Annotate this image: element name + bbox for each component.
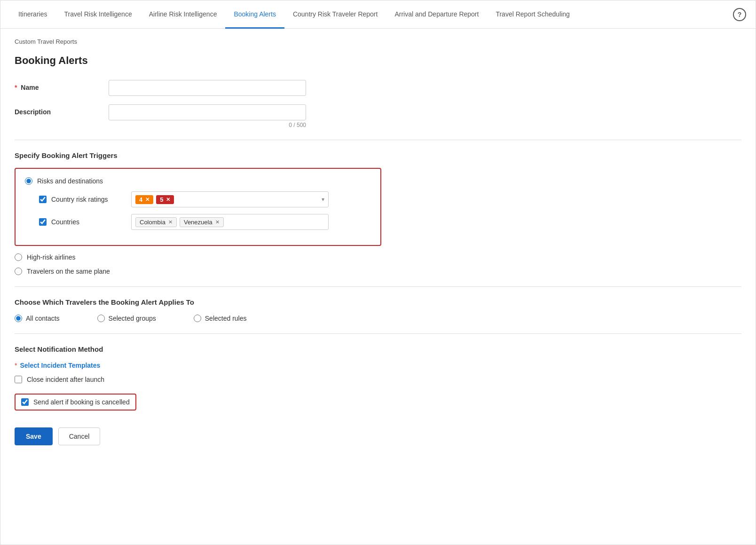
- radio-same-plane[interactable]: Travelers on the same plane: [15, 268, 741, 275]
- traveler-selected-rules[interactable]: Selected rules: [194, 315, 247, 322]
- traveler-all-contacts[interactable]: All contacts: [15, 315, 60, 322]
- page-container: Itineraries Travel Risk Intelligence Air…: [0, 0, 756, 545]
- countries-label: Countries: [51, 218, 126, 226]
- nav-travel-scheduling[interactable]: Travel Report Scheduling: [487, 0, 578, 29]
- traveler-selected-groups[interactable]: Selected groups: [97, 315, 156, 322]
- traveler-selected-groups-label: Selected groups: [109, 315, 156, 322]
- content-area: Custom Travel Reports Booking Alerts * N…: [0, 29, 756, 464]
- nav-bar: Itineraries Travel Risk Intelligence Air…: [0, 0, 756, 29]
- nav-airline-risk[interactable]: Airline Risk Intelligence: [141, 0, 226, 29]
- country-venezuela: Venezuela ✕: [180, 217, 224, 227]
- tag-4: 4 ✕: [135, 195, 153, 204]
- countries-checkbox[interactable]: [39, 218, 47, 226]
- template-required-star: *: [15, 362, 17, 369]
- travelers-section-title: Choose Which Travelers the Booking Alert…: [15, 298, 741, 306]
- countries-input[interactable]: Colombia ✕ Venezuela ✕: [131, 214, 329, 230]
- nav-travel-risk[interactable]: Travel Risk Intelligence: [55, 0, 140, 29]
- required-star: *: [15, 84, 17, 91]
- countries-row: Countries Colombia ✕ Venezuela ✕: [39, 214, 371, 230]
- radio-same-plane-input[interactable]: [15, 268, 22, 275]
- help-icon[interactable]: ?: [733, 8, 746, 21]
- country-risk-checkbox[interactable]: [39, 196, 47, 203]
- tag-4-remove[interactable]: ✕: [145, 197, 150, 203]
- notification-section-title: Select Notification Method: [15, 345, 741, 353]
- nav-itineraries[interactable]: Itineraries: [10, 0, 55, 29]
- radio-risks-destinations-input[interactable]: [25, 177, 32, 185]
- tag-5-remove[interactable]: ✕: [166, 197, 170, 203]
- nav-booking-alerts[interactable]: Booking Alerts: [225, 0, 284, 29]
- cancel-button[interactable]: Cancel: [58, 427, 101, 445]
- name-label: * Name: [15, 80, 109, 91]
- countries-checkbox-row[interactable]: Countries: [39, 218, 126, 226]
- close-incident-label: Close incident after launch: [27, 376, 104, 383]
- country-venezuela-remove[interactable]: ✕: [215, 219, 220, 225]
- traveler-all-contacts-label: All contacts: [26, 315, 60, 322]
- save-button[interactable]: Save: [15, 427, 53, 445]
- description-input[interactable]: [109, 104, 306, 120]
- traveler-selected-rules-label: Selected rules: [205, 315, 247, 322]
- close-incident-checkbox[interactable]: [15, 376, 22, 383]
- high-risk-airlines-label: High-risk airlines: [27, 253, 75, 261]
- country-risk-label: Country risk ratings: [51, 196, 126, 203]
- trigger-section: Specify Booking Alert Triggers Risks and…: [15, 151, 741, 275]
- country-colombia: Colombia ✕: [135, 217, 177, 227]
- divider-1: [15, 140, 741, 140]
- description-row: Description 0 / 500: [15, 104, 741, 128]
- trigger-section-title: Specify Booking Alert Triggers: [15, 151, 741, 159]
- traveler-all-contacts-input[interactable]: [15, 315, 22, 322]
- traveler-selected-groups-input[interactable]: [97, 315, 105, 322]
- description-label: Description: [15, 104, 109, 116]
- radio-high-risk-airlines-input[interactable]: [15, 253, 22, 261]
- radio-high-risk-airlines[interactable]: High-risk airlines: [15, 253, 741, 261]
- dropdown-chevron: ▾: [322, 196, 324, 203]
- name-row: * Name: [15, 80, 741, 96]
- risk-rating-dropdown[interactable]: 4 ✕ 5 ✕ ▾: [131, 191, 329, 207]
- divider-2: [15, 286, 741, 287]
- breadcrumb: Custom Travel Reports: [15, 38, 741, 45]
- send-alert-row[interactable]: Send alert if booking is cancelled: [21, 398, 130, 406]
- country-risk-row: Country risk ratings 4 ✕ 5 ✕ ▾: [39, 191, 371, 207]
- send-alert-box: Send alert if booking is cancelled: [15, 394, 136, 411]
- template-link-row: * Select Incident Templates: [15, 362, 741, 369]
- close-incident-row[interactable]: Close incident after launch: [15, 376, 741, 383]
- nav-arrival-departure[interactable]: Arrival and Departure Report: [386, 0, 487, 29]
- traveler-selected-rules-input[interactable]: [194, 315, 201, 322]
- same-plane-label: Travelers on the same plane: [27, 268, 110, 275]
- radio-risks-destinations[interactable]: Risks and destinations: [25, 177, 371, 185]
- send-alert-label: Send alert if booking is cancelled: [33, 398, 130, 406]
- description-wrapper: 0 / 500: [109, 104, 306, 128]
- select-incident-templates-link[interactable]: Select Incident Templates: [20, 362, 100, 369]
- tag-5: 5 ✕: [156, 195, 174, 204]
- page-title: Booking Alerts: [15, 55, 741, 67]
- name-input[interactable]: [109, 80, 306, 96]
- char-count: 0 / 500: [109, 122, 306, 128]
- divider-3: [15, 333, 741, 334]
- risks-destinations-box: Risks and destinations Country risk rati…: [15, 168, 381, 246]
- travelers-section: Choose Which Travelers the Booking Alert…: [15, 298, 741, 322]
- country-colombia-remove[interactable]: ✕: [168, 219, 173, 225]
- send-alert-checkbox[interactable]: [21, 398, 29, 406]
- travelers-options-row: All contacts Selected groups Selected ru…: [15, 315, 741, 322]
- risks-destinations-label: Risks and destinations: [37, 177, 103, 185]
- nav-country-risk[interactable]: Country Risk Traveler Report: [284, 0, 386, 29]
- notification-section: Select Notification Method * Select Inci…: [15, 345, 741, 411]
- country-risk-checkbox-row[interactable]: Country risk ratings: [39, 196, 126, 203]
- button-row: Save Cancel: [15, 427, 741, 445]
